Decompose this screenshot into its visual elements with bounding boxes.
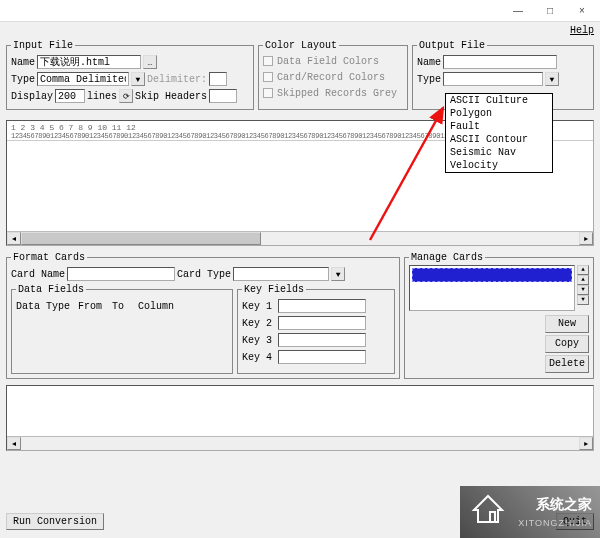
- key-fields-legend: Key Fields: [242, 284, 306, 295]
- scroll-left-icon[interactable]: ◄: [7, 232, 21, 245]
- delete-card-button[interactable]: Delete: [545, 355, 589, 373]
- dropdown-option[interactable]: Velocity: [446, 159, 552, 172]
- move-up-icon[interactable]: ▲: [577, 265, 589, 275]
- window-titlebar: — □ ×: [0, 0, 600, 22]
- refresh-icon[interactable]: ⟳: [119, 89, 133, 103]
- dropdown-option[interactable]: Seismic Nav: [446, 146, 552, 159]
- col-to: To: [112, 301, 136, 312]
- menu-help[interactable]: Help: [570, 25, 594, 36]
- output-file-legend: Output File: [417, 40, 487, 51]
- scroll-track[interactable]: [21, 232, 579, 245]
- move-up-double-icon[interactable]: ▲: [577, 275, 589, 285]
- horizontal-scrollbar[interactable]: ◄ ►: [7, 436, 593, 450]
- delimiter-field: [209, 72, 227, 86]
- run-conversion-button[interactable]: Run Conversion: [6, 513, 104, 530]
- key2-field[interactable]: [278, 316, 366, 330]
- card-type-field[interactable]: [233, 267, 329, 281]
- output-type-dropdown: ASCII Culture Polygon Fault ASCII Contou…: [445, 93, 553, 173]
- color-layout-group: Color Layout Data Field Colors Card/Reco…: [258, 40, 408, 110]
- key3-label: Key 3: [242, 335, 276, 346]
- output-file-type-field[interactable]: [443, 72, 543, 86]
- dropdown-option[interactable]: Polygon: [446, 107, 552, 120]
- log-panel: ◄ ►: [6, 385, 594, 451]
- checkbox-icon: [263, 88, 273, 98]
- chevron-down-icon[interactable]: ▼: [331, 267, 345, 281]
- browse-icon[interactable]: …: [143, 55, 157, 69]
- col-datatype: Data Type: [16, 301, 76, 312]
- key1-label: Key 1: [242, 301, 276, 312]
- input-file-type-field[interactable]: [37, 72, 129, 86]
- maximize-button[interactable]: □: [534, 1, 566, 21]
- format-cards-legend: Format Cards: [11, 252, 87, 263]
- scroll-right-icon[interactable]: ►: [579, 437, 593, 450]
- output-name-label: Name: [417, 57, 441, 68]
- skipped-records-grey-check[interactable]: Skipped Records Grey: [263, 85, 403, 101]
- card-name-field[interactable]: [67, 267, 175, 281]
- display-label: Display: [11, 91, 53, 102]
- scroll-left-icon[interactable]: ◄: [7, 437, 21, 450]
- move-down-icon[interactable]: ▼: [577, 295, 589, 305]
- display-lines-field[interactable]: [55, 89, 85, 103]
- key3-field[interactable]: [278, 333, 366, 347]
- col-column: Column: [138, 301, 174, 312]
- delimiter-label: Delimiter:: [147, 74, 207, 85]
- type-label: Type: [11, 74, 35, 85]
- horizontal-scrollbar[interactable]: ◄ ►: [7, 231, 593, 245]
- name-label: Name: [11, 57, 35, 68]
- scroll-track[interactable]: [21, 437, 579, 450]
- menubar: Help: [0, 22, 600, 38]
- skip-headers-field[interactable]: [209, 89, 237, 103]
- card-name-label: Card Name: [11, 269, 65, 280]
- scroll-thumb[interactable]: [21, 232, 261, 245]
- chevron-down-icon[interactable]: ▼: [131, 72, 145, 86]
- key-fields-group: Key Fields Key 1 Key 2 Key 3 Key 4: [237, 284, 395, 374]
- key4-field[interactable]: [278, 350, 366, 364]
- checkbox-icon: [263, 56, 273, 66]
- watermark-text: 系统之家: [536, 496, 592, 514]
- key1-field[interactable]: [278, 299, 366, 313]
- quit-button[interactable]: Quit: [556, 513, 594, 530]
- output-type-label: Type: [417, 74, 441, 85]
- manage-cards-legend: Manage Cards: [409, 252, 485, 263]
- copy-card-button[interactable]: Copy: [545, 335, 589, 353]
- scroll-right-icon[interactable]: ►: [579, 232, 593, 245]
- input-file-group: Input File Name … Type ▼ Delimiter: Disp…: [6, 40, 254, 110]
- data-fields-legend: Data Fields: [16, 284, 86, 295]
- dropdown-option[interactable]: Fault: [446, 120, 552, 133]
- checkbox-icon: [263, 72, 273, 82]
- dropdown-option[interactable]: ASCII Culture: [446, 94, 552, 107]
- dropdown-option[interactable]: ASCII Contour: [446, 133, 552, 146]
- format-cards-group: Format Cards Card Name Card Type ▼ Data …: [6, 252, 400, 379]
- minimize-button[interactable]: —: [502, 1, 534, 21]
- input-file-name-field[interactable]: [37, 55, 141, 69]
- key4-label: Key 4: [242, 352, 276, 363]
- color-layout-legend: Color Layout: [263, 40, 339, 51]
- card-list-selected-item[interactable]: [412, 268, 572, 282]
- new-card-button[interactable]: New: [545, 315, 589, 333]
- col-from: From: [78, 301, 110, 312]
- data-field-colors-check[interactable]: Data Field Colors: [263, 53, 403, 69]
- data-fields-group: Data Fields Data Type From To Column: [11, 284, 233, 374]
- chevron-down-icon[interactable]: ▼: [545, 72, 559, 86]
- output-file-name-field[interactable]: [443, 55, 557, 69]
- key2-label: Key 2: [242, 318, 276, 329]
- reorder-buttons: ▲ ▲ ▼ ▼: [577, 265, 589, 311]
- display-unit: lines: [87, 91, 117, 102]
- close-button[interactable]: ×: [566, 1, 598, 21]
- input-file-legend: Input File: [11, 40, 75, 51]
- move-down-double-icon[interactable]: ▼: [577, 285, 589, 295]
- card-record-colors-check[interactable]: Card/Record Colors: [263, 69, 403, 85]
- manage-cards-group: Manage Cards ▲ ▲ ▼ ▼ New Copy Delete: [404, 252, 594, 379]
- skip-headers-label: Skip Headers: [135, 91, 207, 102]
- card-type-label: Card Type: [177, 269, 231, 280]
